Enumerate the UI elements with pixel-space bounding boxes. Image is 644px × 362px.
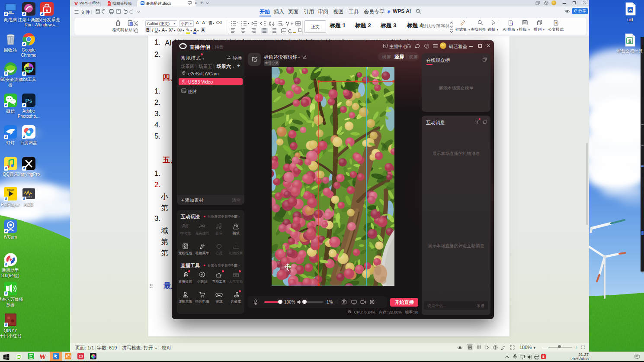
svg-text:W: W: [628, 8, 632, 12]
svg-text:OBS: OBS: [26, 67, 31, 70]
svg-text:PK: PK: [183, 224, 189, 229]
svg-text:e: e: [45, 8, 48, 13]
svg-text:S: S: [628, 39, 631, 44]
